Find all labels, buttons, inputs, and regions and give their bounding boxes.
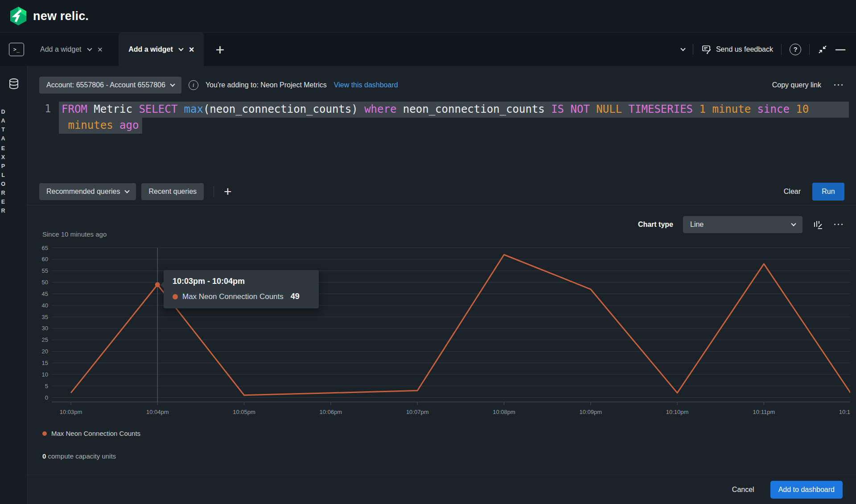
view-dashboard-link[interactable]: View this dashboard <box>334 81 398 89</box>
account-selector[interactable]: Account: 6557806 - Account 6557806 <box>39 77 181 94</box>
line-number: 1 <box>45 102 51 116</box>
svg-text:50: 50 <box>42 279 48 286</box>
svg-text:0: 0 <box>45 394 48 401</box>
nrql-editor[interactable]: 1 FROM Metric SELECT max(neon_connection… <box>28 99 856 178</box>
close-icon[interactable]: × <box>189 45 194 54</box>
svg-text:10:09pm: 10:09pm <box>580 409 602 415</box>
compute-capacity-note: 0 compute capacity units <box>42 452 116 460</box>
svg-text:10:10pm: 10:10pm <box>666 409 689 415</box>
chart-type-select[interactable]: Line <box>683 216 802 233</box>
chart-section: Chart type Line ··· Since 10 minutes a <box>28 205 856 473</box>
chart-wrap: 0510152025303540455055606510:03pm10:04pm… <box>41 242 850 421</box>
query-line-2-code: minutes ago <box>59 118 142 134</box>
series-color-dot <box>173 294 178 299</box>
sidebar-label-explorer: EXPLORER <box>0 145 28 217</box>
compute-capacity-label: compute capacity units <box>46 452 116 460</box>
sidebar-label-data: DATA <box>0 109 28 144</box>
account-row: Account: 6557806 - Account 6557806 i You… <box>28 71 856 99</box>
tab-add-widget-2[interactable]: Add a widget × <box>119 33 204 66</box>
tabbar-right-controls: Send us feedback ? — <box>681 33 856 66</box>
chart-type-row: Chart type Line ··· <box>638 216 844 233</box>
svg-text:10:12pm: 10:12pm <box>839 409 850 415</box>
add-to-dashboard-button[interactable]: Add to dashboard <box>770 481 843 499</box>
minimize-button[interactable]: — <box>835 44 845 55</box>
chart-type-label: Chart type <box>638 221 673 229</box>
svg-text:65: 65 <box>42 245 48 251</box>
tooltip-value: 49 <box>291 292 300 301</box>
more-options-icon[interactable]: ··· <box>834 81 844 90</box>
brand[interactable]: new relic. <box>9 6 89 26</box>
svg-text:55: 55 <box>42 267 48 274</box>
info-icon: i <box>189 80 198 90</box>
recent-queries-label: Recent queries <box>148 188 197 196</box>
chart-legend[interactable]: Max Neon Connection Counts <box>42 430 140 437</box>
query-line-2: minutes ago <box>59 118 849 134</box>
svg-text:5: 5 <box>45 383 48 389</box>
svg-text:10:08pm: 10:08pm <box>493 409 515 415</box>
chevron-down-icon <box>125 188 130 193</box>
close-icon[interactable]: × <box>98 45 103 54</box>
feedback-label: Send us feedback <box>716 45 773 53</box>
send-feedback-button[interactable]: Send us feedback <box>701 44 773 55</box>
tab-label: Add a widget <box>128 45 173 53</box>
tooltip-series-row: Max Neon Connection Counts 49 <box>173 292 310 301</box>
new-tab-button[interactable]: + <box>215 42 224 57</box>
chevron-down-icon[interactable] <box>178 46 183 51</box>
legend-color-dot <box>42 431 47 436</box>
main-panel: Account: 6557806 - Account 6557806 i You… <box>28 66 856 504</box>
copy-query-link[interactable]: Copy query link <box>772 81 821 89</box>
svg-text:10:06pm: 10:06pm <box>320 409 342 415</box>
line-chart[interactable]: 0510152025303540455055606510:03pm10:04pm… <box>41 242 850 421</box>
cancel-button[interactable]: Cancel <box>732 486 754 494</box>
body: DATA EXPLORER Account: 6557806 - Account… <box>0 66 856 504</box>
help-icon[interactable]: ? <box>790 44 801 55</box>
clear-button[interactable]: Clear <box>784 188 801 196</box>
edit-chart-icon[interactable] <box>812 219 824 230</box>
svg-text:60: 60 <box>42 256 48 262</box>
chart-more-options-icon[interactable]: ··· <box>834 220 844 229</box>
add-query-button[interactable]: + <box>224 185 232 198</box>
divider <box>214 186 214 197</box>
legend-series-label: Max Neon Connection Counts <box>51 430 140 437</box>
divider <box>809 44 810 55</box>
database-icon[interactable] <box>8 78 20 90</box>
svg-text:40: 40 <box>42 302 48 309</box>
query-toolbar: Recommended queries Recent queries + Cle… <box>28 178 856 205</box>
tab-label: Add a widget <box>40 45 82 53</box>
footer-bar: Cancel Add to dashboard <box>28 475 856 504</box>
query-toolbar-right: Clear Run <box>784 183 844 201</box>
chevron-down-icon[interactable] <box>680 46 685 51</box>
recent-queries-button[interactable]: Recent queries <box>141 183 204 200</box>
chevron-down-icon <box>791 221 796 226</box>
svg-text:10:05pm: 10:05pm <box>233 409 255 415</box>
time-range-label: Since 10 minutes ago <box>42 230 107 238</box>
svg-text:10:11pm: 10:11pm <box>753 409 775 415</box>
query-line-1-code: FROM Metric SELECT max(neon_connection_c… <box>59 102 849 118</box>
divider <box>693 44 693 55</box>
svg-text:35: 35 <box>42 314 48 320</box>
tab-add-widget-1[interactable]: Add a widget × <box>30 33 112 66</box>
svg-text:45: 45 <box>42 291 48 297</box>
collapse-icon[interactable] <box>818 45 827 54</box>
chevron-down-icon <box>170 82 175 86</box>
recommended-queries-button[interactable]: Recommended queries <box>39 183 136 200</box>
chevron-down-icon[interactable] <box>87 46 92 51</box>
query-console-icon[interactable]: >_ <box>9 43 24 56</box>
chart-type-value: Line <box>690 221 704 229</box>
data-explorer-sidebar: DATA EXPLORER <box>0 66 28 504</box>
adding-to-text: You're adding to: Neon Project Metrics <box>206 81 327 89</box>
new-relic-logo-icon <box>9 6 28 26</box>
feedback-icon <box>701 44 712 55</box>
svg-text:10: 10 <box>42 371 48 378</box>
svg-text:25: 25 <box>42 336 48 343</box>
run-button[interactable]: Run <box>812 183 844 201</box>
svg-text:10:04pm: 10:04pm <box>146 409 169 415</box>
query-code[interactable]: FROM Metric SELECT max(neon_connection_c… <box>59 102 849 134</box>
chart-tooltip: 10:03pm - 10:04pm Max Neon Connection Co… <box>164 270 319 308</box>
terminal-glyph: >_ <box>13 46 20 53</box>
tooltip-time-range: 10:03pm - 10:04pm <box>173 277 310 286</box>
svg-text:10:03pm: 10:03pm <box>60 409 82 415</box>
recommended-queries-label: Recommended queries <box>46 188 120 196</box>
svg-text:10:07pm: 10:07pm <box>406 409 429 415</box>
svg-text:30: 30 <box>42 325 48 332</box>
